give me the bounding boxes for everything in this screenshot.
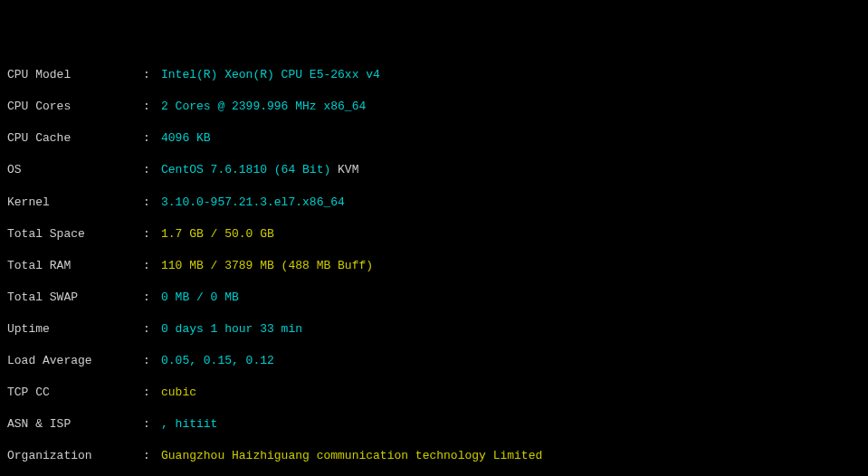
sysinfo-cpu-cores: CPU Cores: 2 Cores @ 2399.996 MHz x86_64	[7, 99, 861, 115]
sysinfo-os: OS: CentOS 7.6.1810 (64 Bit) KVM	[7, 162, 861, 178]
sysinfo-cpu-cache: CPU Cache: 4096 KB	[7, 130, 861, 147]
sysinfo-uptime: Uptime: 0 days 1 hour 33 min	[7, 321, 861, 338]
sysinfo-asn-isp: ASN & ISP: , hitiit	[7, 416, 861, 433]
sysinfo-total-swap: Total SWAP: 0 MB / 0 MB	[7, 290, 861, 306]
sysinfo-organization: Organization: Guangzhou Haizhiguang comm…	[7, 448, 861, 464]
sysinfo-total-space: Total Space: 1.7 GB / 50.0 GB	[7, 226, 861, 243]
sysinfo-tcp-cc: TCP CC: cubic	[7, 385, 861, 401]
sysinfo-kernel: Kernel: 3.10.0-957.21.3.el7.x86_64	[7, 195, 861, 211]
sysinfo-total-ram: Total RAM: 110 MB / 3789 MB (488 MB Buff…	[7, 258, 861, 274]
sysinfo-cpu-model: CPU Model: Intel(R) Xeon(R) CPU E5-26xx …	[7, 67, 861, 83]
sysinfo-load-average: Load Average: 0.05, 0.15, 0.12	[7, 353, 861, 369]
